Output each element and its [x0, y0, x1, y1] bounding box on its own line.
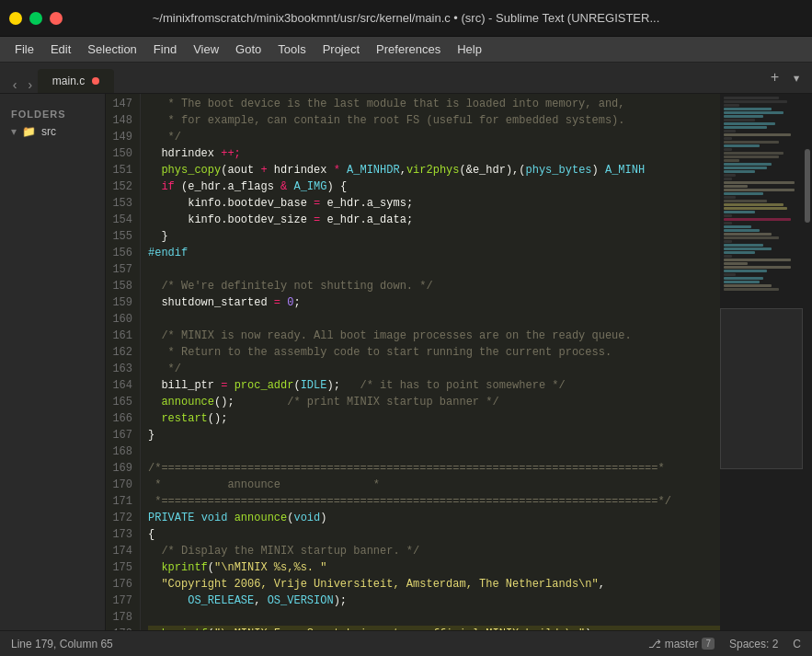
git-branch: ⎇ master 7: [648, 638, 715, 650]
title-bar: ~/minixfromscratch/minix3bookmnt/usr/src…: [0, 0, 812, 37]
folder-icon-symbol: 📁: [22, 125, 36, 138]
menu-help[interactable]: Help: [450, 40, 489, 59]
folder-expand-icon: ▾: [11, 125, 17, 138]
menu-tools[interactable]: Tools: [270, 40, 313, 59]
add-tab-button[interactable]: +: [767, 68, 783, 88]
sidebar-header: FOLDERS: [7, 105, 97, 123]
menu-preferences[interactable]: Preferences: [369, 40, 448, 59]
tab-bar: ‹ › main.c + ▾: [0, 63, 812, 94]
language-mode[interactable]: C: [793, 638, 801, 650]
tab-label: main.c: [52, 75, 85, 87]
menu-find[interactable]: Find: [146, 40, 184, 59]
scrollbar-thumb[interactable]: [805, 149, 810, 223]
tab-modified-indicator: [92, 77, 99, 85]
maximize-button[interactable]: [29, 12, 42, 25]
branch-count: 7: [702, 638, 715, 650]
tab-nav-next[interactable]: ›: [22, 78, 37, 93]
tab-bar-actions: + ▾: [767, 67, 805, 93]
close-button[interactable]: [50, 12, 63, 25]
window-title: ~/minixfromscratch/minix3bookmnt/usr/src…: [74, 11, 738, 25]
menu-view[interactable]: View: [186, 40, 226, 59]
branch-name: master: [665, 638, 699, 650]
vertical-scrollbar[interactable]: [803, 94, 812, 630]
window-controls-left: [9, 12, 74, 25]
menu-goto[interactable]: Goto: [228, 40, 269, 59]
menu-bar: File Edit Selection Find View Goto Tools…: [0, 37, 812, 63]
minimize-button[interactable]: [9, 12, 22, 25]
sidebar-section-folders: FOLDERS ▾ 📁 src: [0, 101, 105, 144]
minimap: [720, 94, 803, 630]
menu-project[interactable]: Project: [315, 40, 367, 59]
minimap-content: [720, 94, 803, 293]
menu-selection[interactable]: Selection: [80, 40, 143, 59]
menu-file[interactable]: File: [7, 40, 41, 59]
minimap-viewport[interactable]: [720, 308, 803, 469]
folder-label: src: [41, 125, 56, 138]
tab-nav-prev[interactable]: ‹: [7, 78, 22, 93]
code-container[interactable]: 147148149150151 152153154155156 15715815…: [106, 94, 720, 630]
sidebar-item-src[interactable]: ▾ 📁 src: [7, 123, 97, 140]
branch-icon: ⎇: [648, 638, 661, 650]
status-bar: Line 179, Column 65 ⎇ master 7 Spaces: 2…: [0, 630, 812, 656]
menu-edit[interactable]: Edit: [43, 40, 78, 59]
main-layout: FOLDERS ▾ 📁 src 147148149150151 15215315…: [0, 94, 812, 630]
indent-mode[interactable]: Spaces: 2: [729, 638, 778, 650]
code-content[interactable]: * The boot device is the last module tha…: [141, 94, 720, 630]
editor-area: 147148149150151 152153154155156 15715815…: [106, 94, 812, 630]
tab-list-button[interactable]: ▾: [788, 67, 805, 89]
status-right: ⎇ master 7 Spaces: 2 C: [648, 638, 801, 650]
tab-main-c[interactable]: main.c: [38, 69, 114, 93]
line-numbers: 147148149150151 152153154155156 15715815…: [106, 94, 141, 630]
cursor-position: Line 179, Column 65: [11, 638, 113, 650]
sidebar: FOLDERS ▾ 📁 src: [0, 94, 106, 630]
